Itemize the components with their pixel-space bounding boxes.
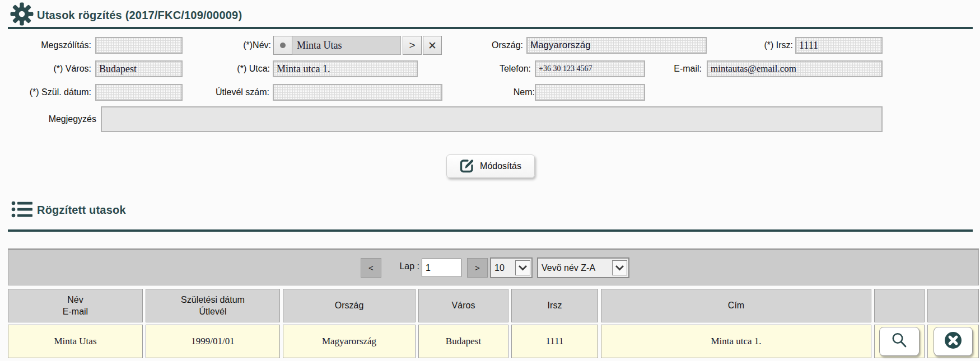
list-section-title: Rögzített utasok [37,204,126,217]
col-header-szuletesi-utlevel: Születési dátumÚtlevél [146,289,280,322]
nev-label: (*)Név: [185,40,271,50]
cell-nev: Minta Utas [8,325,143,358]
sort-select[interactable]: Vevõ név Z-A [537,257,629,278]
page-size-value: 10 [491,263,514,273]
cell-szuletesi: 1999/01/01 [146,325,280,358]
irsz-field[interactable] [795,37,883,54]
col-header-irsz: Irsz [511,289,598,322]
chevron-down-icon [612,260,627,275]
col-header-actions-2 [927,289,979,322]
megjegyzes-label: Megjegyzés [8,114,96,124]
szul-datum-label: (*) Szül. dátum: [8,87,91,97]
pagination-bar: < Lap : > 10 Vevõ név Z-A [8,249,979,285]
cell-varos: Budapest [418,325,508,358]
utlevel-label: Útlevél szám: [185,87,269,97]
table-header-row: NévE-mail Születési dátumÚtlevél Ország … [8,289,979,322]
megszolitas-field[interactable] [95,37,183,54]
page-title: Utasok rögzítés (2017/FKC/109/00009) [37,9,242,22]
varos-field[interactable] [95,60,183,77]
cell-irsz: 1111 [511,325,598,358]
cell-view-action [874,325,925,358]
close-circle-icon [943,330,963,353]
dot-icon [280,43,286,48]
email-field[interactable] [707,60,883,77]
col-header-varos: Város [418,289,508,322]
view-row-button[interactable] [879,327,920,356]
utlevel-field[interactable] [273,84,442,101]
edit-icon [460,158,475,175]
cell-cim: Minta utca 1. [601,325,871,358]
modositas-button[interactable]: Módosítás [446,154,535,178]
utca-field[interactable] [273,60,418,77]
sort-value: Vevõ név Z-A [538,263,611,273]
nev-lookup-button[interactable]: > [403,36,422,55]
megszolitas-label: Megszólítás: [8,40,91,50]
chevron-right-icon: > [409,39,415,51]
orszag-field[interactable] [526,37,707,54]
close-icon: ✕ [428,39,437,52]
telefon-label: Telefon: [445,64,531,74]
page-size-select[interactable]: 10 [490,257,533,278]
utasok-rogzites-screen: Utasok rögzítés (2017/FKC/109/00009) Meg… [0,0,980,361]
modositas-button-label: Módosítás [480,161,521,171]
section-divider-2 [8,229,973,232]
delete-row-button[interactable] [934,327,973,356]
next-page-button[interactable]: > [467,258,488,278]
col-header-actions-1 [874,289,925,322]
orszag-label: Ország: [437,40,523,50]
utca-label: (*) Utca: [185,64,270,74]
page-number-input[interactable] [422,259,461,277]
irsz-label: (*) Irsz: [707,40,793,50]
nev-field-group: Minta Utas > ✕ [273,36,442,55]
cell-orszag: Magyarország [283,325,416,358]
nem-label: Nem: [448,87,535,97]
nev-field[interactable]: Minta Utas [292,36,401,55]
varos-label: (*) Város: [8,64,91,74]
email-label: E-mail: [616,64,702,74]
nev-radio-button[interactable] [273,36,292,55]
col-header-cim: Cím [601,289,871,322]
list-icon [11,200,32,221]
page-label: Lap : [375,261,419,271]
chevron-down-icon [515,260,530,275]
gear-icon [10,2,34,28]
col-header-nev-email: NévE-mail [8,289,143,322]
table-row: Minta Utas 1999/01/01 Magyarország Budap… [8,325,979,358]
cell-delete-action [927,325,979,358]
megjegyzes-field[interactable] [101,106,883,132]
search-icon [890,331,909,353]
col-header-orszag: Ország [283,289,416,322]
szul-datum-field[interactable] [95,84,183,101]
section-divider [8,27,973,29]
nem-field[interactable] [535,84,645,101]
